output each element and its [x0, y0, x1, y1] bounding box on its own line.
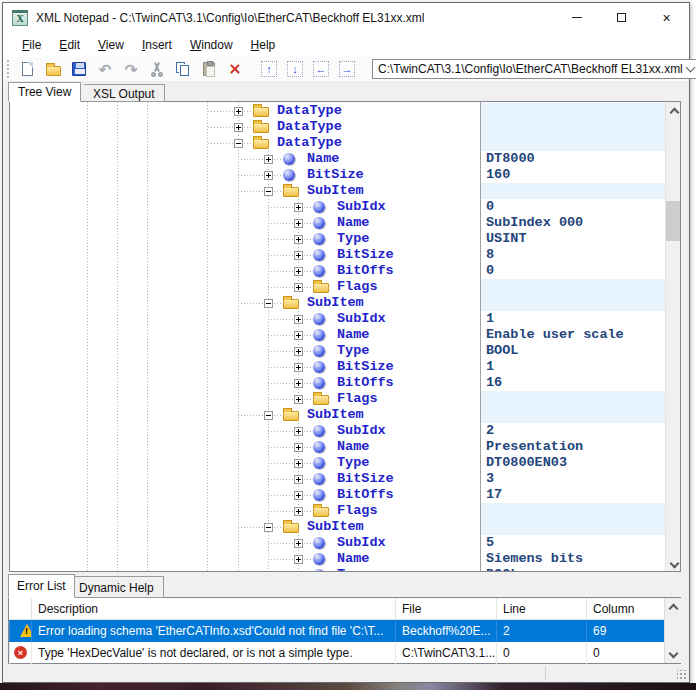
tree-node[interactable]: SubItem — [10, 519, 480, 535]
tree-node[interactable]: DataType — [10, 119, 480, 135]
nudge-right-button[interactable]: → — [338, 60, 356, 78]
error-row[interactable]: Error loading schema 'EtherCATInfo.xsd'C… — [9, 620, 664, 642]
menu-edit[interactable]: Edit — [50, 34, 89, 56]
file-path-combobox[interactable]: C:\TwinCAT\3.1\Config\Io\EtherCAT\Beckho… — [372, 59, 696, 79]
collapse-toggle[interactable] — [264, 187, 273, 196]
tree-node[interactable]: SubIdx — [10, 199, 480, 215]
tab-dynamic-help[interactable]: Dynamic Help — [70, 576, 164, 598]
tree-node[interactable]: SubItem — [10, 407, 480, 423]
node-value[interactable] — [481, 103, 665, 119]
tab-xsl-output[interactable]: XSL Output — [84, 84, 165, 102]
tab-error-list[interactable]: Error List — [8, 574, 75, 598]
nudge-left-button[interactable]: ← — [312, 60, 330, 78]
node-value[interactable]: 16 — [481, 375, 665, 391]
expand-toggle[interactable] — [294, 507, 303, 516]
close-button[interactable]: × — [644, 3, 689, 32]
scroll-down-button[interactable] — [665, 646, 682, 663]
expand-toggle[interactable] — [294, 379, 303, 388]
node-value[interactable]: 0 — [481, 263, 665, 279]
column-header-file[interactable]: File — [395, 598, 496, 620]
node-value[interactable]: 3 — [481, 471, 665, 487]
tree-node[interactable]: Flags — [10, 391, 480, 407]
paste-button[interactable] — [200, 60, 218, 78]
node-value[interactable]: DT8000 — [481, 151, 665, 167]
expand-toggle[interactable] — [294, 539, 303, 548]
expand-toggle[interactable] — [294, 267, 303, 276]
delete-button[interactable]: × — [226, 60, 244, 78]
node-value[interactable]: 0 — [481, 199, 665, 215]
node-value[interactable]: 160 — [481, 167, 665, 183]
menu-window[interactable]: Window — [181, 34, 242, 56]
error-list-scrollbar[interactable] — [664, 598, 681, 663]
menu-help[interactable]: Help — [242, 34, 285, 56]
node-value[interactable] — [481, 519, 665, 535]
expand-toggle[interactable] — [294, 475, 303, 484]
error-row[interactable]: ×Type 'HexDecValue' is not declared, or … — [9, 642, 664, 664]
column-header-severity[interactable] — [9, 598, 31, 620]
node-value[interactable] — [481, 183, 665, 199]
save-button[interactable] — [70, 60, 88, 78]
tree-node[interactable]: Type — [10, 567, 480, 571]
value-column[interactable]: DT80001600SubIndex 000USINT801Enable use… — [481, 102, 665, 571]
toolbar-grip[interactable] — [7, 60, 9, 78]
expand-toggle[interactable] — [294, 251, 303, 260]
tree-node[interactable]: Name — [10, 327, 480, 343]
tree-node[interactable]: Type — [10, 455, 480, 471]
expand-toggle[interactable] — [294, 395, 303, 404]
node-value[interactable] — [481, 503, 665, 519]
tree-node[interactable]: BitOffs — [10, 263, 480, 279]
collapse-toggle[interactable] — [234, 139, 243, 148]
tree-node[interactable]: BitSize — [10, 359, 480, 375]
maximize-button[interactable] — [599, 3, 644, 32]
collapse-toggle[interactable] — [264, 523, 273, 532]
tree-view[interactable]: DataTypeDataTypeDataTypeNameBitSizeSubIt… — [10, 102, 480, 571]
expand-toggle[interactable] — [234, 123, 243, 132]
expand-toggle[interactable] — [294, 491, 303, 500]
column-header-line[interactable]: Line — [496, 598, 586, 620]
tree-node[interactable]: Name — [10, 439, 480, 455]
collapse-toggle[interactable] — [264, 411, 273, 420]
tree-node[interactable]: Flags — [10, 279, 480, 295]
expand-toggle[interactable] — [294, 427, 303, 436]
node-value[interactable] — [481, 295, 665, 311]
node-value[interactable] — [481, 135, 665, 151]
node-value[interactable]: DT0800EN03 — [481, 455, 665, 471]
menu-file[interactable]: File — [13, 34, 50, 56]
tab-tree-view[interactable]: Tree View — [8, 82, 81, 102]
collapse-toggle[interactable] — [264, 299, 273, 308]
node-value[interactable]: 5 — [481, 535, 665, 551]
node-value[interactable]: Enable user scale — [481, 327, 665, 343]
expand-toggle[interactable] — [294, 555, 303, 564]
scrollbar-thumb[interactable] — [666, 201, 681, 241]
expand-toggle[interactable] — [294, 315, 303, 324]
expand-toggle[interactable] — [294, 219, 303, 228]
tree-node[interactable]: Flags — [10, 503, 480, 519]
expand-toggle[interactable] — [294, 363, 303, 372]
tree-node[interactable]: DataType — [10, 103, 480, 119]
tree-node[interactable]: SubIdx — [10, 311, 480, 327]
tree-node[interactable]: SubItem — [10, 295, 480, 311]
node-value[interactable]: Siemens bits — [481, 551, 665, 567]
expand-toggle[interactable] — [294, 235, 303, 244]
node-value[interactable]: BOOL — [481, 343, 665, 359]
tree-node[interactable]: BitSize — [10, 471, 480, 487]
node-value[interactable]: Presentation — [481, 439, 665, 455]
scroll-down-button[interactable] — [666, 556, 681, 572]
tree-node[interactable]: BitOffs — [10, 487, 480, 503]
menu-insert[interactable]: Insert — [133, 34, 181, 56]
titlebar[interactable]: X XML Notepad - C:\TwinCAT\3.1\Config\Io… — [3, 3, 689, 32]
node-value[interactable] — [481, 407, 665, 423]
expand-toggle[interactable] — [294, 203, 303, 212]
scroll-up-button[interactable] — [665, 598, 682, 615]
column-header-description[interactable]: Description — [31, 598, 395, 620]
node-value[interactable] — [481, 119, 665, 135]
node-value[interactable]: USINT — [481, 231, 665, 247]
tree-node[interactable]: Name — [10, 215, 480, 231]
node-value[interactable] — [481, 279, 665, 295]
menu-view[interactable]: View — [89, 34, 133, 56]
new-file-button[interactable] — [18, 60, 36, 78]
copy-button[interactable] — [174, 60, 192, 78]
minimize-button[interactable] — [554, 3, 599, 32]
expand-toggle[interactable] — [294, 331, 303, 340]
tree-node[interactable]: Name — [10, 551, 480, 567]
